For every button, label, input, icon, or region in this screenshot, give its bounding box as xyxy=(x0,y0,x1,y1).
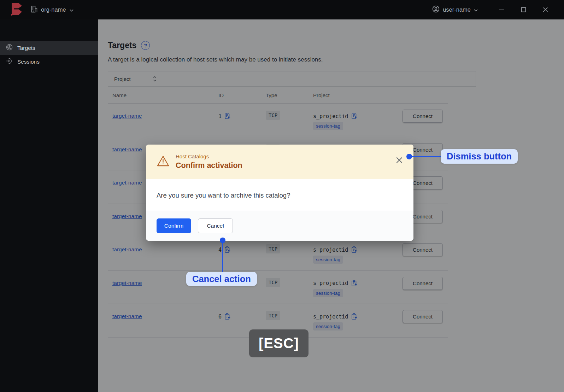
dialog-header: Host Catalogs Confirm activation xyxy=(146,145,413,179)
dismiss-callout-line xyxy=(411,156,441,157)
sidebar: Targets Sessions xyxy=(0,19,98,392)
confirm-dialog: Host Catalogs Confirm activation Are you… xyxy=(146,145,413,241)
confirm-button[interactable]: Confirm xyxy=(157,218,191,233)
esc-key-hint: [ESC] xyxy=(249,329,309,357)
dialog-footer: Confirm Cancel xyxy=(146,211,413,241)
boundary-logo xyxy=(11,2,23,17)
titlebar: org-name user-name xyxy=(0,0,564,19)
chevron-down-icon xyxy=(474,6,478,13)
dismiss-callout-label: Dismiss button xyxy=(441,149,518,164)
cancel-callout-label: Cancel action xyxy=(186,272,257,286)
sidebar-item-targets[interactable]: Targets xyxy=(0,41,98,55)
cancel-callout-dot xyxy=(220,238,225,243)
maximize-button[interactable] xyxy=(515,4,531,16)
org-name-label: org-name xyxy=(41,6,66,13)
dismiss-button[interactable] xyxy=(395,156,404,165)
cancel-button[interactable]: Cancel xyxy=(198,218,233,233)
dialog-title: Confirm activation xyxy=(176,161,242,170)
sidebar-item-label: Sessions xyxy=(17,59,40,65)
sidebar-item-label: Targets xyxy=(17,45,35,51)
sidebar-item-sessions[interactable]: Sessions xyxy=(0,55,98,69)
chevron-down-icon xyxy=(70,6,74,13)
warning-triangle-icon xyxy=(157,155,170,169)
minimize-button[interactable] xyxy=(493,4,510,16)
close-button[interactable] xyxy=(537,4,553,16)
bullseye-icon xyxy=(6,44,13,52)
user-name-label: user-name xyxy=(443,6,471,13)
cancel-callout-line xyxy=(222,243,223,272)
dialog-body: Are you sure you want to archive this ca… xyxy=(146,179,413,211)
dialog-tagline: Host Catalogs xyxy=(176,153,242,159)
login-arrow-icon xyxy=(6,58,13,66)
building-icon xyxy=(31,6,37,14)
org-switcher[interactable]: org-name xyxy=(31,6,74,14)
user-circle-icon xyxy=(432,5,440,14)
user-menu[interactable]: user-name xyxy=(432,5,478,14)
